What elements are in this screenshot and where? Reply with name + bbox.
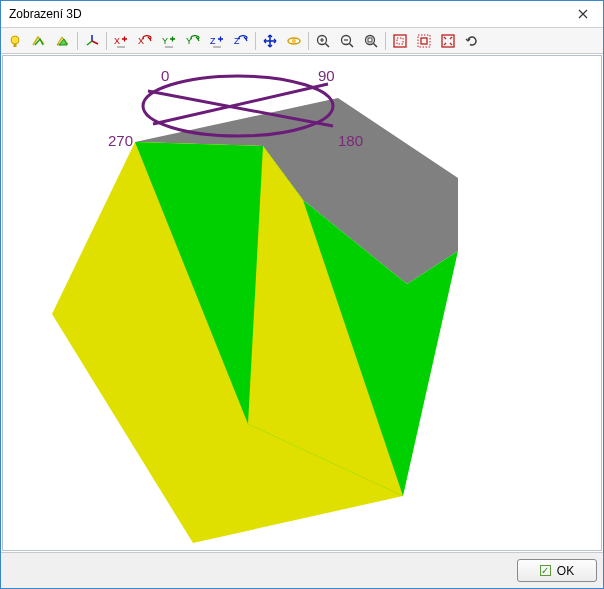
toolbar-separator [77, 32, 78, 50]
y-plus-button[interactable]: Y [157, 30, 181, 52]
toolbar-separator [106, 32, 107, 50]
svg-rect-14 [394, 35, 406, 47]
wireframe-1-icon [31, 33, 47, 49]
pan-button[interactable] [258, 30, 282, 52]
wireframe-2-button[interactable] [51, 30, 75, 52]
window-title: Zobrazení 3D [9, 7, 563, 21]
light-bulb-button[interactable] [3, 30, 27, 52]
toolbar: X X Y Y [1, 28, 603, 54]
orbit-icon [286, 33, 302, 49]
svg-rect-13 [368, 38, 372, 42]
z-plus-button[interactable]: Z [205, 30, 229, 52]
pan-icon [262, 33, 278, 49]
svg-text:Z: Z [210, 36, 216, 46]
region-inner-button[interactable] [412, 30, 436, 52]
region-inner-icon [416, 33, 432, 49]
y-plus-icon: Y [161, 33, 177, 49]
svg-rect-16 [418, 35, 430, 47]
y-rotate-icon: Y [185, 33, 201, 49]
z-rotate-button[interactable]: Z [229, 30, 253, 52]
orbit-button[interactable] [282, 30, 306, 52]
toolbar-separator [308, 32, 309, 50]
region-outer-button[interactable] [388, 30, 412, 52]
close-button[interactable] [563, 1, 603, 27]
x-plus-icon: X [113, 33, 129, 49]
toolbar-separator [385, 32, 386, 50]
zoom-in-icon [315, 33, 331, 49]
fit-window-button[interactable] [436, 30, 460, 52]
svg-text:X: X [114, 36, 120, 46]
titlebar: Zobrazení 3D [1, 1, 603, 28]
svg-point-12 [366, 35, 375, 44]
window-3d-view: Zobrazení 3D [0, 0, 604, 589]
svg-rect-17 [421, 38, 427, 44]
refresh-button[interactable] [460, 30, 484, 52]
compass-n: 0 [161, 67, 169, 84]
zoom-extents-icon [363, 33, 379, 49]
wireframe-1-button[interactable] [27, 30, 51, 52]
light-bulb-icon [7, 33, 23, 49]
svg-point-9 [292, 39, 296, 43]
axes-button[interactable] [80, 30, 104, 52]
axes-icon [84, 33, 100, 49]
svg-point-0 [11, 36, 19, 44]
ok-label: OK [557, 564, 574, 578]
z-plus-icon: Z [209, 33, 225, 49]
x-plus-button[interactable]: X [109, 30, 133, 52]
ok-button[interactable]: ✓ OK [517, 559, 597, 582]
x-rotate-icon: X [137, 33, 153, 49]
compass-s: 180 [338, 132, 363, 149]
viewport-3d[interactable]: 0 90 180 270 [2, 55, 602, 551]
scene-3d: 0 90 180 270 [3, 56, 601, 550]
y-rotate-button[interactable]: Y [181, 30, 205, 52]
svg-rect-15 [397, 38, 403, 44]
compass-w: 270 [108, 132, 133, 149]
zoom-out-icon [339, 33, 355, 49]
svg-text:Y: Y [162, 36, 168, 46]
x-rotate-button[interactable]: X [133, 30, 157, 52]
svg-rect-18 [442, 35, 454, 47]
fit-window-icon [440, 33, 456, 49]
refresh-icon [464, 33, 480, 49]
zoom-in-button[interactable] [311, 30, 335, 52]
dialog-footer: ✓ OK [1, 552, 603, 588]
compass-e: 90 [318, 67, 335, 84]
svg-rect-1 [14, 44, 17, 47]
region-outer-icon [392, 33, 408, 49]
close-icon [578, 9, 588, 19]
zoom-extents-button[interactable] [359, 30, 383, 52]
zoom-out-button[interactable] [335, 30, 359, 52]
z-rotate-icon: Z [233, 33, 249, 49]
check-icon: ✓ [540, 565, 551, 576]
toolbar-separator [255, 32, 256, 50]
wireframe-2-icon [55, 33, 71, 49]
